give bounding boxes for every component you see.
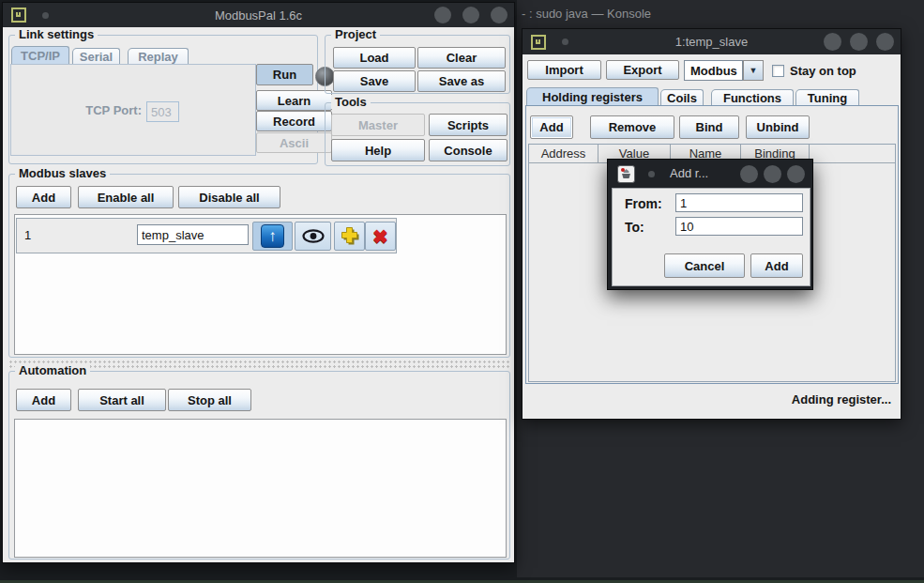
- status-bar-text: Adding register...: [525, 392, 891, 407]
- register-unbind-button[interactable]: Unbind: [746, 115, 810, 139]
- start-all-button[interactable]: Start all: [78, 389, 166, 411]
- stay-on-top-checkbox[interactable]: [772, 65, 784, 77]
- window-menu-icon[interactable]: [11, 8, 26, 23]
- load-button[interactable]: Load: [333, 47, 416, 69]
- import-button[interactable]: Import: [527, 60, 601, 80]
- close-button[interactable]: [491, 7, 507, 23]
- delete-x-icon: ✖: [372, 225, 388, 248]
- modbus-mode-combobox[interactable]: Modbus: [684, 60, 743, 81]
- minimize-button[interactable]: [824, 33, 841, 51]
- from-field[interactable]: [675, 193, 803, 212]
- dialog-cancel-button[interactable]: Cancel: [664, 253, 745, 278]
- tab-coils[interactable]: Coils: [660, 89, 704, 105]
- learn-button[interactable]: Learn: [256, 90, 332, 111]
- tcp-port-label: TCP Port:: [57, 103, 142, 117]
- run-button[interactable]: Run: [256, 64, 313, 85]
- titlebar-dot: [562, 38, 568, 45]
- minimize-button[interactable]: [434, 7, 451, 23]
- slave-id-label: 1: [24, 228, 31, 242]
- register-add-button[interactable]: Add: [530, 115, 573, 139]
- dialog-titlebar[interactable]: Add r...: [608, 160, 812, 188]
- automation-list-panel: [14, 419, 507, 558]
- help-button[interactable]: Help: [331, 139, 425, 161]
- titlebar-dot: [648, 171, 655, 177]
- up-arrow-icon: ↑: [261, 224, 284, 248]
- java-app-icon: [617, 165, 635, 183]
- slave-view-button[interactable]: [295, 222, 331, 251]
- column-header-filler: [810, 145, 895, 162]
- dialog-content: From: To: Cancel Add: [612, 188, 810, 286]
- console-button[interactable]: Console: [429, 139, 507, 161]
- ascii-button: Ascii: [256, 132, 332, 153]
- konsole-window-title: - : sudo java — Konsole: [522, 7, 651, 21]
- slave-delete-button[interactable]: ✖: [365, 222, 396, 251]
- slave-duplicate-button[interactable]: [334, 222, 365, 251]
- automation-add-button[interactable]: Add: [16, 389, 71, 411]
- slave-enable-toggle-button[interactable]: ↑: [252, 222, 293, 251]
- to-label: To:: [625, 220, 644, 235]
- tools-title: Tools: [331, 95, 371, 109]
- tab-serial[interactable]: Serial: [72, 48, 120, 65]
- export-button[interactable]: Export: [606, 60, 679, 80]
- window-menu-icon[interactable]: [531, 35, 546, 50]
- tcp-port-field: [146, 101, 179, 122]
- slave-titlebar[interactable]: 1:temp_slave: [523, 29, 901, 54]
- save-as-button[interactable]: Save as: [417, 70, 506, 92]
- eye-icon: [302, 229, 325, 243]
- tab-tcpip[interactable]: TCP/IP: [11, 46, 69, 65]
- register-remove-button[interactable]: Remove: [590, 115, 674, 139]
- modbus-slaves-title: Modbus slaves: [15, 166, 110, 180]
- tab-tuning[interactable]: Tuning: [795, 89, 859, 105]
- project-title: Project: [331, 27, 380, 41]
- from-label: From:: [625, 196, 662, 211]
- link-settings-title: Link settings: [15, 27, 98, 41]
- minimize-button[interactable]: [740, 165, 758, 183]
- enable-all-button[interactable]: Enable all: [78, 186, 174, 208]
- modbuspal-window: ModbusPal 1.6c Link settings TCP/IP Seri…: [2, 2, 515, 563]
- dialog-title: Add r...: [670, 166, 708, 180]
- close-button[interactable]: [787, 165, 805, 183]
- dialog-add-button[interactable]: Add: [750, 253, 803, 278]
- stop-all-button[interactable]: Stop all: [168, 389, 251, 411]
- master-button: Master: [331, 114, 425, 136]
- maximize-button[interactable]: [764, 165, 781, 183]
- add-register-dialog: Add r... From: To: Cancel Add: [607, 159, 813, 290]
- slave-add-button[interactable]: Add: [16, 186, 71, 208]
- modbuspal-content: Link settings TCP/IP Serial Replay TCP P…: [3, 27, 514, 562]
- save-button[interactable]: Save: [333, 70, 416, 92]
- scripts-button[interactable]: Scripts: [429, 114, 507, 136]
- tab-holding-registers[interactable]: Holding registers: [526, 87, 659, 105]
- tab-replay[interactable]: Replay: [128, 48, 189, 65]
- automation-title: Automation: [15, 363, 90, 377]
- maximize-button[interactable]: [850, 33, 868, 51]
- register-bind-button[interactable]: Bind: [679, 115, 739, 139]
- clear-button[interactable]: Clear: [417, 47, 506, 69]
- maximize-button[interactable]: [462, 7, 479, 23]
- close-button[interactable]: [876, 33, 894, 51]
- combobox-arrow-icon[interactable]: ▼: [743, 60, 764, 81]
- disable-all-button[interactable]: Disable all: [178, 186, 280, 208]
- slave-name-field[interactable]: [137, 224, 249, 245]
- record-button[interactable]: Record: [256, 111, 332, 131]
- titlebar-dot: [42, 12, 49, 19]
- to-field[interactable]: [675, 217, 803, 236]
- column-header-address: Address: [529, 145, 598, 162]
- plus-icon: [340, 226, 360, 247]
- modbuspal-titlebar[interactable]: ModbusPal 1.6c: [3, 3, 514, 27]
- stay-on-top-label: Stay on top: [790, 64, 856, 78]
- tab-functions[interactable]: Functions: [711, 89, 794, 105]
